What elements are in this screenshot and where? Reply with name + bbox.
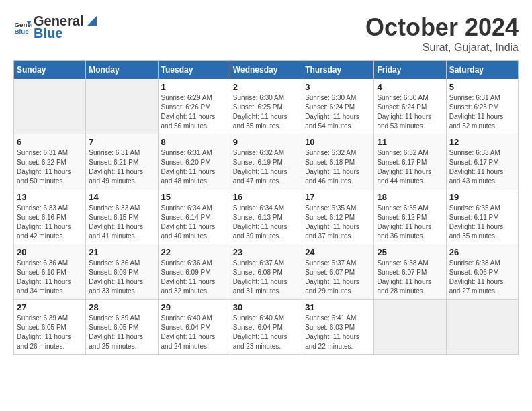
day-info: Sunrise: 6:30 AMSunset: 6:25 PMDaylight:… xyxy=(233,93,299,131)
day-info: Sunrise: 6:32 AMSunset: 6:17 PMDaylight:… xyxy=(377,148,443,186)
day-info: Sunrise: 6:38 AMSunset: 6:07 PMDaylight:… xyxy=(377,259,443,296)
day-info: Sunrise: 6:39 AMSunset: 6:05 PMDaylight:… xyxy=(17,314,83,351)
day-info: Sunrise: 6:37 AMSunset: 6:07 PMDaylight:… xyxy=(305,259,371,296)
day-info: Sunrise: 6:33 AMSunset: 6:15 PMDaylight:… xyxy=(89,203,154,241)
day-info: Sunrise: 6:33 AMSunset: 6:17 PMDaylight:… xyxy=(449,148,515,186)
calendar-cell: 19Sunrise: 6:35 AMSunset: 6:11 PMDayligh… xyxy=(446,189,518,244)
week-row-2: 6Sunrise: 6:31 AMSunset: 6:22 PMDaylight… xyxy=(14,134,519,189)
day-info: Sunrise: 6:32 AMSunset: 6:18 PMDaylight:… xyxy=(305,148,371,186)
month-title: October 2024 xyxy=(365,13,519,42)
day-info: Sunrise: 6:31 AMSunset: 6:20 PMDaylight:… xyxy=(161,148,227,186)
calendar-cell: 26Sunrise: 6:38 AMSunset: 6:06 PMDayligh… xyxy=(446,244,518,300)
day-number: 11 xyxy=(377,137,443,147)
day-info: Sunrise: 6:37 AMSunset: 6:08 PMDaylight:… xyxy=(233,259,299,296)
day-number: 17 xyxy=(305,192,371,202)
day-number: 19 xyxy=(449,192,515,202)
day-number: 7 xyxy=(89,137,154,147)
day-info: Sunrise: 6:32 AMSunset: 6:19 PMDaylight:… xyxy=(233,148,299,186)
week-row-5: 27Sunrise: 6:39 AMSunset: 6:05 PMDayligh… xyxy=(14,300,519,355)
day-number: 30 xyxy=(233,302,299,312)
calendar-cell: 23Sunrise: 6:37 AMSunset: 6:08 PMDayligh… xyxy=(230,244,302,300)
calendar-cell: 22Sunrise: 6:36 AMSunset: 6:09 PMDayligh… xyxy=(158,244,230,300)
day-number: 31 xyxy=(305,302,371,312)
day-info: Sunrise: 6:40 AMSunset: 6:04 PMDaylight:… xyxy=(233,314,299,351)
header-tuesday: Tuesday xyxy=(158,61,230,79)
week-row-1: 1Sunrise: 6:29 AMSunset: 6:26 PMDaylight… xyxy=(14,79,519,134)
day-number: 28 xyxy=(89,302,154,312)
day-info: Sunrise: 6:34 AMSunset: 6:14 PMDaylight:… xyxy=(161,203,227,241)
calendar-cell: 15Sunrise: 6:34 AMSunset: 6:14 PMDayligh… xyxy=(158,189,230,244)
calendar-cell: 27Sunrise: 6:39 AMSunset: 6:05 PMDayligh… xyxy=(14,300,86,355)
day-number: 18 xyxy=(377,192,443,202)
calendar-cell: 9Sunrise: 6:32 AMSunset: 6:19 PMDaylight… xyxy=(230,134,302,189)
svg-text:Blue: Blue xyxy=(14,28,29,35)
day-number: 23 xyxy=(233,247,299,257)
day-number: 13 xyxy=(17,192,83,202)
day-info: Sunrise: 6:31 AMSunset: 6:23 PMDaylight:… xyxy=(449,93,515,131)
day-number: 5 xyxy=(449,82,515,92)
calendar-cell: 8Sunrise: 6:31 AMSunset: 6:20 PMDaylight… xyxy=(158,134,230,189)
day-info: Sunrise: 6:34 AMSunset: 6:13 PMDaylight:… xyxy=(233,203,299,241)
week-row-3: 13Sunrise: 6:33 AMSunset: 6:16 PMDayligh… xyxy=(14,189,519,244)
calendar-cell: 18Sunrise: 6:35 AMSunset: 6:12 PMDayligh… xyxy=(374,189,446,244)
day-info: Sunrise: 6:40 AMSunset: 6:04 PMDaylight:… xyxy=(161,314,227,351)
calendar-cell: 11Sunrise: 6:32 AMSunset: 6:17 PMDayligh… xyxy=(374,134,446,189)
day-number: 29 xyxy=(161,302,227,312)
header-saturday: Saturday xyxy=(446,61,518,79)
calendar-cell: 5Sunrise: 6:31 AMSunset: 6:23 PMDaylight… xyxy=(446,79,518,134)
day-number: 12 xyxy=(449,137,515,147)
calendar-cell: 16Sunrise: 6:34 AMSunset: 6:13 PMDayligh… xyxy=(230,189,302,244)
day-number: 4 xyxy=(377,82,443,92)
calendar-cell: 31Sunrise: 6:41 AMSunset: 6:03 PMDayligh… xyxy=(302,300,374,355)
day-info: Sunrise: 6:30 AMSunset: 6:24 PMDaylight:… xyxy=(377,93,443,131)
day-number: 25 xyxy=(377,247,443,257)
day-number: 24 xyxy=(305,247,371,257)
calendar-cell: 2Sunrise: 6:30 AMSunset: 6:25 PMDaylight… xyxy=(230,79,302,134)
day-number: 16 xyxy=(233,192,299,202)
day-number: 15 xyxy=(161,192,227,202)
calendar-cell: 21Sunrise: 6:36 AMSunset: 6:09 PMDayligh… xyxy=(86,244,158,300)
day-number: 1 xyxy=(161,82,227,92)
day-number: 14 xyxy=(89,192,154,202)
day-info: Sunrise: 6:35 AMSunset: 6:12 PMDaylight:… xyxy=(377,203,443,241)
calendar-cell: 20Sunrise: 6:36 AMSunset: 6:10 PMDayligh… xyxy=(14,244,86,300)
header-sunday: Sunday xyxy=(14,61,86,79)
day-info: Sunrise: 6:36 AMSunset: 6:09 PMDaylight:… xyxy=(161,259,227,296)
calendar-cell: 6Sunrise: 6:31 AMSunset: 6:22 PMDaylight… xyxy=(14,134,86,189)
day-info: Sunrise: 6:36 AMSunset: 6:09 PMDaylight:… xyxy=(89,259,154,296)
day-info: Sunrise: 6:38 AMSunset: 6:06 PMDaylight:… xyxy=(449,259,515,296)
title-block: October 2024 Surat, Gujarat, India xyxy=(365,13,519,54)
calendar-cell: 30Sunrise: 6:40 AMSunset: 6:04 PMDayligh… xyxy=(230,300,302,355)
logo-blue-text: Blue xyxy=(34,26,99,40)
logo-icon: General Blue xyxy=(13,17,32,36)
calendar-cell xyxy=(86,79,158,134)
day-info: Sunrise: 6:29 AMSunset: 6:26 PMDaylight:… xyxy=(161,93,227,131)
calendar-cell: 1Sunrise: 6:29 AMSunset: 6:26 PMDaylight… xyxy=(158,79,230,134)
header-wednesday: Wednesday xyxy=(230,61,302,79)
day-info: Sunrise: 6:31 AMSunset: 6:21 PMDaylight:… xyxy=(89,148,154,186)
header-monday: Monday xyxy=(86,61,158,79)
page-header: General Blue General Blue October 2024 S… xyxy=(13,13,519,54)
calendar-cell: 25Sunrise: 6:38 AMSunset: 6:07 PMDayligh… xyxy=(374,244,446,300)
day-number: 21 xyxy=(89,247,154,257)
day-number: 20 xyxy=(17,247,83,257)
calendar-cell: 29Sunrise: 6:40 AMSunset: 6:04 PMDayligh… xyxy=(158,300,230,355)
calendar-cell: 13Sunrise: 6:33 AMSunset: 6:16 PMDayligh… xyxy=(14,189,86,244)
day-number: 27 xyxy=(17,302,83,312)
calendar-table: SundayMondayTuesdayWednesdayThursdayFrid… xyxy=(13,60,519,355)
location-title: Surat, Gujarat, India xyxy=(365,42,519,54)
day-number: 3 xyxy=(305,82,371,92)
svg-marker-2 xyxy=(87,16,97,26)
day-info: Sunrise: 6:30 AMSunset: 6:24 PMDaylight:… xyxy=(305,93,371,131)
day-info: Sunrise: 6:33 AMSunset: 6:16 PMDaylight:… xyxy=(17,203,83,241)
day-info: Sunrise: 6:31 AMSunset: 6:22 PMDaylight:… xyxy=(17,148,83,186)
calendar-header-row: SundayMondayTuesdayWednesdayThursdayFrid… xyxy=(14,61,519,79)
calendar-cell xyxy=(374,300,446,355)
logo: General Blue General Blue xyxy=(13,13,99,40)
day-info: Sunrise: 6:41 AMSunset: 6:03 PMDaylight:… xyxy=(305,314,371,351)
calendar-cell xyxy=(446,300,518,355)
day-info: Sunrise: 6:36 AMSunset: 6:10 PMDaylight:… xyxy=(17,259,83,296)
calendar-cell: 4Sunrise: 6:30 AMSunset: 6:24 PMDaylight… xyxy=(374,79,446,134)
day-number: 2 xyxy=(233,82,299,92)
week-row-4: 20Sunrise: 6:36 AMSunset: 6:10 PMDayligh… xyxy=(14,244,519,300)
